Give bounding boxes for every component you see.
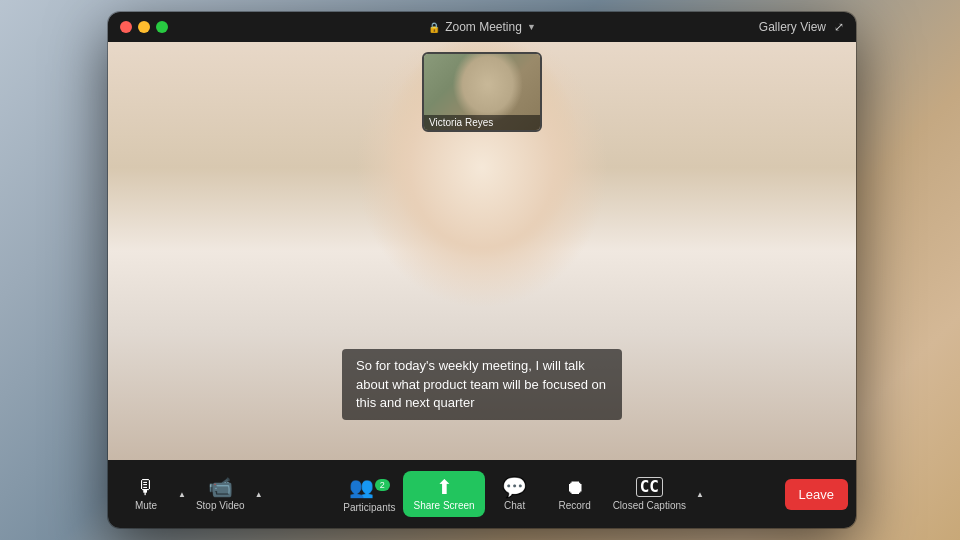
mute-group: 🎙 Mute ▲ bbox=[116, 473, 188, 515]
toolbar: 🎙 Mute ▲ 📹 Stop Video ▲ 👥 2 bbox=[108, 460, 856, 528]
subtitles: So for today's weekly meeting, I will ta… bbox=[342, 349, 622, 420]
expand-icon[interactable]: ⤢ bbox=[834, 20, 844, 34]
cc-chevron[interactable]: ▲ bbox=[694, 486, 706, 503]
titlebar-right: Gallery View ⤢ bbox=[759, 20, 844, 34]
self-view-name: Victoria Reyes bbox=[424, 115, 540, 130]
mute-label: Mute bbox=[135, 500, 157, 511]
maximize-button[interactable] bbox=[156, 21, 168, 33]
lock-icon: 🔒 bbox=[428, 22, 440, 33]
desktop: 🔒 Zoom Meeting ▼ Gallery View ⤢ So for t… bbox=[0, 0, 960, 540]
traffic-lights bbox=[120, 21, 168, 33]
minimize-button[interactable] bbox=[138, 21, 150, 33]
meeting-title: Zoom Meeting bbox=[445, 20, 522, 34]
mute-button[interactable]: 🎙 Mute bbox=[116, 473, 176, 515]
record-button[interactable]: ⏺ Record bbox=[545, 473, 605, 515]
stop-video-group: 📹 Stop Video ▲ bbox=[188, 473, 265, 515]
zoom-window: 🔒 Zoom Meeting ▼ Gallery View ⤢ So for t… bbox=[108, 12, 856, 528]
share-icon: ⬆ bbox=[436, 477, 453, 497]
participants-button[interactable]: 👥 2 Participants bbox=[335, 471, 403, 517]
chat-icon: 💬 bbox=[502, 477, 527, 497]
close-button[interactable] bbox=[120, 21, 132, 33]
video-chevron[interactable]: ▲ bbox=[253, 486, 265, 503]
gallery-view-label[interactable]: Gallery View bbox=[759, 20, 826, 34]
participants-icon: 👥 bbox=[349, 475, 374, 499]
video-area: So for today's weekly meeting, I will ta… bbox=[108, 42, 856, 460]
leave-button[interactable]: Leave bbox=[785, 479, 848, 510]
subtitle-text: So for today's weekly meeting, I will ta… bbox=[356, 358, 606, 409]
microphone-icon: 🎙 bbox=[136, 477, 156, 497]
participants-icon-wrap: 👥 2 bbox=[349, 475, 390, 499]
main-video: So for today's weekly meeting, I will ta… bbox=[108, 42, 856, 460]
chat-button[interactable]: 💬 Chat bbox=[485, 473, 545, 515]
closed-captions-button[interactable]: CC Closed Captions bbox=[605, 473, 694, 515]
closed-captions-label: Closed Captions bbox=[613, 500, 686, 511]
record-icon: ⏺ bbox=[565, 477, 585, 497]
participants-badge: 2 bbox=[375, 479, 390, 491]
titlebar: 🔒 Zoom Meeting ▼ Gallery View ⤢ bbox=[108, 12, 856, 42]
cc-group: CC Closed Captions ▲ bbox=[605, 473, 706, 515]
stop-video-button[interactable]: 📹 Stop Video bbox=[188, 473, 253, 515]
share-screen-button[interactable]: ⬆ Share Screen bbox=[403, 471, 484, 517]
share-screen-label: Share Screen bbox=[413, 500, 474, 511]
self-view-thumbnail[interactable]: Victoria Reyes bbox=[422, 52, 542, 132]
cc-icon: CC bbox=[636, 477, 663, 497]
chat-label: Chat bbox=[504, 500, 525, 511]
record-label: Record bbox=[559, 500, 591, 511]
dropdown-chevron: ▼ bbox=[527, 22, 536, 32]
stop-video-label: Stop Video bbox=[196, 500, 245, 511]
mute-chevron[interactable]: ▲ bbox=[176, 486, 188, 503]
video-camera-icon: 📹 bbox=[208, 477, 233, 497]
titlebar-center: 🔒 Zoom Meeting ▼ bbox=[428, 20, 536, 34]
participants-label: Participants bbox=[343, 502, 395, 513]
